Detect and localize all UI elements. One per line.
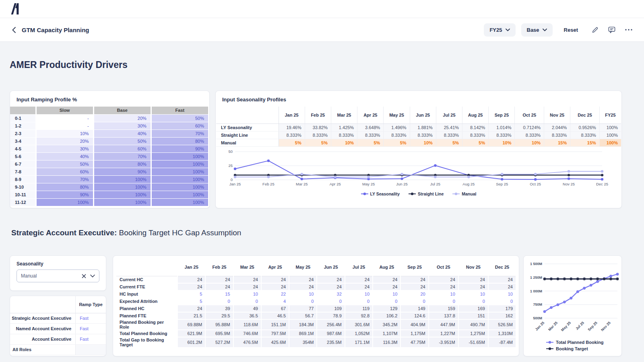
- period-dropdown[interactable]: FY25: [484, 23, 515, 37]
- seasonality-table-row: Straight Line8.333%8.333%8.333%8.333%8.3…: [216, 131, 621, 139]
- ramping-cell[interactable]: -: [36, 122, 93, 130]
- seasonality-cell[interactable]: 5%: [462, 139, 489, 146]
- sae-cell[interactable]: 0: [233, 298, 261, 305]
- sae-table-row: Current FTE242424242424242424242424: [116, 283, 516, 290]
- ramping-cell[interactable]: 30%: [36, 145, 93, 152]
- ramping-cell[interactable]: 70%: [93, 152, 151, 160]
- ramping-cell[interactable]: 100%: [151, 198, 208, 206]
- sae-cell[interactable]: 0: [373, 298, 400, 305]
- ramping-cell[interactable]: 20%: [93, 114, 151, 122]
- seasonality-cell[interactable]: 10%: [410, 139, 436, 146]
- ramping-cell[interactable]: 80%: [151, 137, 208, 145]
- version-dropdown[interactable]: Base: [521, 23, 553, 37]
- sae-cell[interactable]: 10: [289, 290, 317, 298]
- sae-cell[interactable]: 10: [233, 290, 261, 298]
- ramping-cell[interactable]: 40%: [36, 152, 93, 160]
- ramping-cell[interactable]: 90%: [93, 168, 151, 175]
- ramping-cell[interactable]: 30%: [93, 122, 151, 130]
- sae-cell[interactable]: 0: [345, 298, 373, 305]
- chevron-down-icon[interactable]: [90, 274, 95, 278]
- ramping-cell[interactable]: 60%: [151, 122, 208, 130]
- sae-cell[interactable]: 4: [261, 298, 289, 305]
- ramp-type-column-header: Ramp Type: [76, 296, 106, 313]
- clear-x-icon[interactable]: [82, 274, 86, 278]
- sae-cell: 1,175M: [400, 330, 428, 337]
- edit-pencil-icon[interactable]: [589, 24, 601, 35]
- more-options-icon[interactable]: [623, 24, 634, 35]
- sae-cell[interactable]: 0: [458, 298, 488, 305]
- reset-button[interactable]: Reset: [558, 27, 584, 33]
- seasonality-cell[interactable]: 5%: [436, 139, 462, 146]
- seasonality-cell[interactable]: 100%: [599, 139, 621, 146]
- sae-cell[interactable]: 20: [400, 290, 428, 298]
- ramping-cell[interactable]: 90%: [151, 145, 208, 152]
- seasonality-cell[interactable]: 5%: [279, 139, 305, 146]
- sae-cell[interactable]: 0: [400, 298, 428, 305]
- sae-cell[interactable]: 10: [429, 290, 458, 298]
- sae-cell: 695.9M: [205, 330, 233, 337]
- ramping-column-header: Slow: [36, 107, 93, 114]
- ramping-cell[interactable]: 100%: [93, 191, 151, 198]
- ramping-cell[interactable]: 50%: [36, 160, 93, 168]
- ramping-cell[interactable]: 100%: [36, 198, 93, 206]
- seasonality-select[interactable]: Manual: [17, 269, 99, 282]
- seasonality-cell[interactable]: 5%: [357, 139, 384, 146]
- ramping-cell[interactable]: 40%: [93, 130, 151, 137]
- seasonality-cell[interactable]: 10%: [515, 139, 544, 146]
- ramping-cell[interactable]: 60%: [36, 168, 93, 175]
- svg-text:Aug 25: Aug 25: [462, 182, 475, 186]
- sae-cell[interactable]: 5: [178, 290, 205, 298]
- ramping-cell[interactable]: 90%: [36, 191, 93, 198]
- ramping-cell[interactable]: 50%: [93, 137, 151, 145]
- ramp-type-value-cell[interactable]: Fast: [76, 313, 106, 323]
- sae-cell[interactable]: 10: [373, 290, 400, 298]
- section-title-sae-rest: Booking Target HC Gap Assumption: [117, 228, 241, 237]
- ramping-cell[interactable]: 100%: [93, 175, 151, 183]
- ramping-cell[interactable]: 80%: [93, 160, 151, 168]
- ramping-cell[interactable]: -: [36, 114, 93, 122]
- sae-cell[interactable]: 10: [488, 290, 516, 298]
- seasonality-cell[interactable]: 15%: [544, 139, 570, 146]
- ramping-cell[interactable]: 100%: [151, 152, 208, 160]
- seasonality-cell[interactable]: 15%: [570, 139, 600, 146]
- ramping-cell[interactable]: 100%: [151, 191, 208, 198]
- sae-cell[interactable]: 0: [429, 298, 458, 305]
- sae-cell[interactable]: 15: [205, 290, 233, 298]
- ramping-cell[interactable]: 100%: [151, 183, 208, 191]
- seasonality-cell[interactable]: 5%: [384, 139, 410, 146]
- back-button[interactable]: [10, 26, 18, 34]
- ramping-cell[interactable]: 70%: [151, 130, 208, 137]
- seasonality-cell: 25.41%: [436, 123, 462, 131]
- ramping-cell[interactable]: 20%: [36, 137, 93, 145]
- seasonality-cell: 2.044%: [544, 123, 570, 131]
- sae-cell[interactable]: 0: [488, 298, 516, 305]
- ramping-cell[interactable]: 60%: [93, 145, 151, 152]
- seasonality-cell[interactable]: 5%: [305, 139, 331, 146]
- ramping-cell[interactable]: 80%: [36, 183, 93, 191]
- seasonality-cell[interactable]: 10%: [489, 139, 515, 146]
- ramping-cell[interactable]: 10%: [36, 130, 93, 137]
- sae-cell[interactable]: 0: [289, 298, 317, 305]
- comment-icon[interactable]: [606, 24, 617, 35]
- ramp-type-value-cell[interactable]: Fast: [76, 323, 106, 334]
- ramping-cell[interactable]: 100%: [93, 198, 151, 206]
- seasonality-column-header: May 25: [384, 107, 410, 123]
- ramping-table-row: 7-860%90%100%: [10, 168, 209, 175]
- ramping-cell[interactable]: 100%: [151, 168, 208, 175]
- sae-cell[interactable]: 0: [317, 298, 345, 305]
- sae-cell[interactable]: 22: [261, 290, 289, 298]
- ramping-cell[interactable]: 70%: [36, 175, 93, 183]
- sae-cell[interactable]: 32: [317, 290, 345, 298]
- ramping-cell[interactable]: 100%: [151, 160, 208, 168]
- ramp-type-value-cell[interactable]: Fast: [76, 334, 106, 344]
- seasonality-cell[interactable]: 10%: [331, 139, 357, 146]
- ramping-cell[interactable]: 50%: [151, 114, 208, 122]
- sae-cell[interactable]: 5: [178, 298, 205, 305]
- sae-cell[interactable]: 10: [458, 290, 488, 298]
- svg-text:1 250M: 1 250M: [530, 276, 542, 280]
- sae-cell[interactable]: 10: [345, 290, 373, 298]
- sae-cell[interactable]: 0: [205, 298, 233, 305]
- seasonality-chart-legend: LY SeasonalityStraight LineManual: [220, 191, 617, 196]
- ramping-cell[interactable]: 100%: [93, 183, 151, 191]
- ramping-cell[interactable]: 100%: [151, 175, 208, 183]
